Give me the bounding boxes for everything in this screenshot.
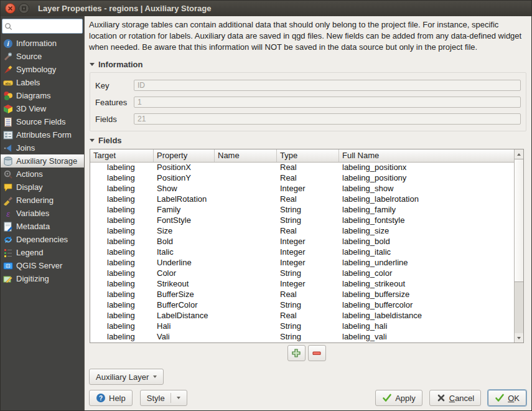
sidebar-item-3d-view[interactable]: 3D View [1, 102, 84, 115]
ok-button[interactable]: OK [488, 390, 526, 406]
table-cell: BufferColor [154, 300, 215, 311]
table-row[interactable]: labelingUnderlineIntegerlabeling_underli… [90, 258, 514, 268]
table-row[interactable]: labelingFamilyStringlabeling_family [90, 205, 514, 215]
table-row[interactable]: labelingHaliStringlabeling_hali [90, 321, 514, 332]
cross-icon [436, 393, 446, 403]
remove-field-button[interactable] [308, 345, 326, 361]
table-cell: labeling [90, 173, 154, 184]
fields-table-body: labelingPositionXReallabeling_positionxl… [90, 163, 514, 342]
table-cell: labeling_family [339, 205, 514, 215]
table-cell: PositionY [154, 173, 215, 184]
sidebar-item-label: Display [16, 182, 43, 192]
sidebar-item-joins[interactable]: Joins [1, 141, 84, 154]
information-group: KeyFeaturesFields [90, 72, 526, 131]
table-cell: BufferSize [154, 290, 215, 300]
table-row[interactable]: labelingPositionXReallabeling_positionx [90, 163, 514, 173]
table-cell [215, 279, 277, 290]
sidebar-item-source-fields[interactable]: Source Fields [1, 115, 84, 128]
information-section-header[interactable]: Information [90, 60, 526, 69]
table-cell [215, 226, 277, 237]
table-row[interactable]: labelingValiStringlabeling_vali [90, 332, 514, 342]
table-row[interactable]: labelingStrikeoutIntegerlabeling_strikeo… [90, 279, 514, 290]
sidebar-item-label: Source [16, 52, 42, 61]
table-cell: labeling [90, 311, 154, 321]
fields-section-header[interactable]: Fields [90, 136, 526, 145]
sidebar-item-label: Digitizing [16, 274, 49, 283]
column-header-type[interactable]: Type [277, 149, 339, 162]
table-cell: labeling_buffercolor [339, 300, 514, 311]
sidebar-item-labels[interactable]: abcLabels [1, 76, 84, 89]
key-field [134, 80, 521, 91]
scroll-down-button[interactable] [515, 333, 523, 342]
column-header-name[interactable]: Name [215, 149, 277, 162]
sidebar-item-symbology[interactable]: Symbology [1, 63, 84, 76]
column-header-target[interactable]: Target [90, 149, 154, 162]
table-row[interactable]: labelingBufferSizeReallabeling_buffersiz… [90, 290, 514, 300]
table-cell: labeling_labeldistance [339, 311, 514, 321]
sidebar-search-box[interactable] [2, 19, 83, 34]
table-cell: Integer [277, 279, 339, 290]
sidebar-item-source[interactable]: Source [1, 50, 84, 63]
properties-sidebar: iInformationSourceSymbologyabcLabelsDiag… [1, 16, 84, 410]
sidebar-item-label: Dependencies [16, 235, 68, 244]
sidebar-item-legend[interactable]: Legend [1, 246, 84, 259]
style-button[interactable]: Style [140, 390, 187, 406]
table-row[interactable]: labelingColorStringlabeling_color [90, 268, 514, 279]
sidebar-item-digitizing[interactable]: Digitizing [1, 272, 84, 285]
sidebar-item-actions[interactable]: Actions [1, 168, 84, 181]
joins-icon [3, 143, 13, 153]
table-row[interactable]: labelingLabelRotationReallabeling_labelr… [90, 194, 514, 205]
table-cell [215, 332, 277, 342]
title-bar[interactable]: Layer Properties - regions | Auxiliary S… [1, 1, 531, 16]
sidebar-item-auxiliary-storage[interactable]: Auxiliary Storage [1, 154, 84, 168]
table-cell: labeling_hali [339, 321, 514, 332]
svg-text:ε: ε [6, 209, 10, 218]
table-row[interactable]: labelingItalicIntegerlabeling_italic [90, 247, 514, 258]
help-button[interactable]: ? Help [89, 390, 133, 406]
column-header-full-name[interactable]: Full Name [339, 149, 514, 162]
auxiliary-layer-button[interactable]: Auxiliary Layer [89, 369, 164, 385]
cancel-button-label: Cancel [449, 394, 474, 403]
table-row[interactable]: labelingLabelDistanceReallabeling_labeld… [90, 311, 514, 321]
table-row[interactable]: labelingPositionYReallabeling_positiony [90, 173, 514, 184]
add-field-button[interactable] [287, 345, 306, 361]
search-icon [4, 22, 13, 31]
info-row-key: Key [95, 80, 521, 91]
diagrams-icon [3, 91, 13, 101]
table-cell: Real [277, 163, 339, 173]
maximize-button[interactable] [19, 3, 29, 14]
ok-button-label: OK [508, 394, 520, 403]
sidebar-item-dependencies[interactable]: Dependencies [1, 233, 84, 246]
attributes-form-icon [3, 130, 13, 140]
table-row[interactable]: labelingShowIntegerlabeling_show [90, 184, 514, 194]
sidebar-item-metadata[interactable]: Metadata [1, 220, 84, 233]
table-row[interactable]: labelingFontStyleStringlabeling_fontstyl… [90, 215, 514, 226]
column-header-property[interactable]: Property [154, 149, 215, 162]
cancel-button[interactable]: Cancel [429, 390, 481, 406]
close-button[interactable] [5, 3, 16, 14]
symbology-icon [3, 65, 13, 75]
sidebar-item-label: Labels [16, 78, 40, 87]
table-row[interactable]: labelingSizeReallabeling_size [90, 226, 514, 237]
sidebar-item-display[interactable]: Display [1, 181, 84, 194]
scrollbar-thumb[interactable] [515, 159, 523, 282]
sidebar-item-qgis-server[interactable]: QGIS Server [1, 259, 84, 272]
fields-table-scrollbar[interactable] [514, 149, 523, 342]
table-cell: Real [277, 194, 339, 205]
scroll-up-button[interactable] [515, 149, 523, 159]
qgis-server-icon [3, 261, 13, 271]
search-input[interactable] [13, 22, 81, 31]
table-cell: Size [154, 226, 215, 237]
table-cell: Integer [277, 258, 339, 268]
sidebar-item-information[interactable]: iInformation [1, 37, 84, 50]
table-cell: labeling_italic [339, 247, 514, 258]
sidebar-item-diagrams[interactable]: Diagrams [1, 89, 84, 102]
sidebar-item-variables[interactable]: εVariables [1, 207, 84, 220]
table-row[interactable]: labelingBufferColorStringlabeling_buffer… [90, 300, 514, 311]
apply-button[interactable]: Apply [375, 390, 422, 406]
scrollbar-track[interactable] [515, 282, 523, 333]
table-row[interactable]: labelingBoldIntegerlabeling_bold [90, 237, 514, 247]
sidebar-item-label: Rendering [16, 196, 54, 205]
sidebar-item-rendering[interactable]: Rendering [1, 194, 84, 207]
sidebar-item-attributes-form[interactable]: Attributes Form [1, 128, 84, 141]
